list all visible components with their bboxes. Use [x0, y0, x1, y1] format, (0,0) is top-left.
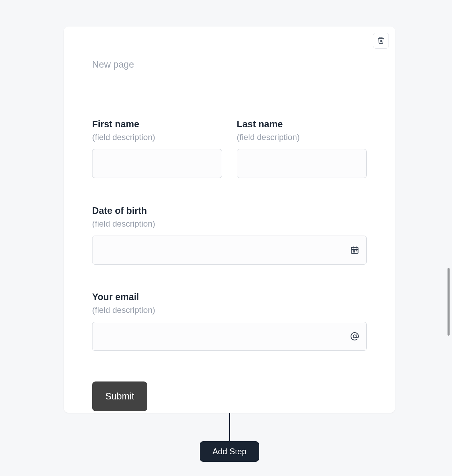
connector-line — [229, 413, 230, 445]
field-label[interactable]: Last name — [237, 119, 367, 130]
page-title-input[interactable]: New page — [92, 59, 134, 70]
field-description[interactable]: (field description) — [92, 305, 367, 315]
field-description[interactable]: (field description) — [92, 219, 367, 229]
field-dob: Date of birth (field description) — [92, 205, 367, 265]
field-label[interactable]: Date of birth — [92, 205, 367, 216]
trash-icon — [377, 37, 385, 45]
email-input[interactable] — [92, 322, 367, 351]
field-description[interactable]: (field description) — [237, 132, 367, 142]
dob-input[interactable] — [92, 236, 367, 265]
submit-button[interactable]: Submit — [92, 381, 147, 411]
field-email: Your email (field description) — [92, 291, 367, 351]
delete-button[interactable] — [373, 33, 389, 49]
add-step-button[interactable]: Add Step — [200, 441, 259, 462]
field-last-name: Last name (field description) — [237, 119, 367, 178]
field-label[interactable]: First name — [92, 119, 222, 130]
first-name-input[interactable] — [92, 149, 222, 178]
field-label[interactable]: Your email — [92, 291, 367, 303]
last-name-input[interactable] — [237, 149, 367, 178]
field-description[interactable]: (field description) — [92, 132, 222, 142]
field-first-name: First name (field description) — [92, 119, 222, 178]
form-card: New page First name (field description) … — [64, 27, 395, 413]
scrollbar-thumb[interactable] — [448, 268, 450, 336]
field-row: First name (field description) Last name… — [92, 119, 367, 178]
